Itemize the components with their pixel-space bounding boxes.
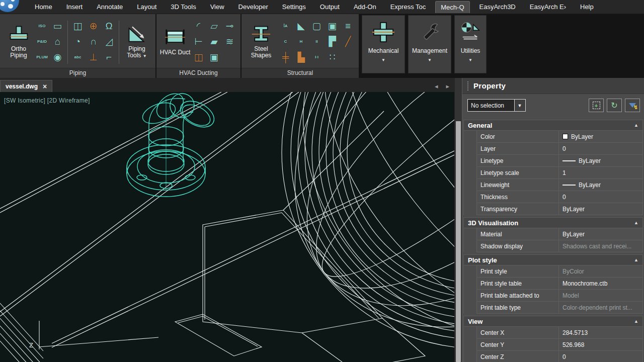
plate-with-hole-icon[interactable]: ▣ [325,19,340,33]
ortho-piping-button[interactable]: Ortho Piping [3,22,34,61]
menu-item-add-on[interactable]: Add-On [349,2,381,12]
stairs-icon[interactable]: ◣ [293,19,309,33]
fan-diffuser-icon[interactable]: ≋ [222,34,237,49]
menu-item-layout[interactable]: Layout [132,2,161,12]
app-logo-icon[interactable] [0,0,19,12]
menu-item-express-toc[interactable]: Express Toc [386,2,431,12]
iso-drafting-icon[interactable]: ISO [34,19,50,33]
pipe-anchor-icon[interactable]: ⊕ [86,19,101,33]
double-beam-icon[interactable]: II [309,34,325,49]
duct-angled-icon[interactable]: ▰ [206,34,222,49]
bolted-connection-icon[interactable]: ╪ [278,50,293,64]
property-title-bar[interactable]: Property [462,78,644,94]
menu-item-easyarch3d[interactable]: EasyArch3D [475,2,520,12]
c-channel-icon[interactable]: C [278,34,293,49]
collapse-icon[interactable]: ▲ [634,220,638,225]
collapse-icon[interactable]: ▲ [634,257,638,262]
duct-damper-icon[interactable]: ◫ [191,50,206,64]
property-value[interactable]: ByLayer [558,131,643,143]
property-value[interactable]: 526.968 [558,339,643,351]
property-value[interactable]: ByLayer [558,203,643,215]
tab-scroll-left-icon[interactable]: ◂ [435,82,438,90]
viewport-label[interactable]: [SW Isometric] [2D Wireframe] [4,97,90,104]
pipe-text-icon[interactable]: abc [70,50,86,64]
pid-valve-icon[interactable]: P&ID [34,34,50,49]
collapse-icon[interactable]: ▲ [634,319,638,324]
property-value[interactable]: ByLayer [558,155,643,167]
handrail-icon[interactable]: ≡ [340,19,356,33]
property-value[interactable]: ByLayer [558,228,643,240]
management-button[interactable]: Management ▼ [408,15,451,73]
menu-item-view[interactable]: View [206,2,229,12]
property-value[interactable]: 284.5713 [558,327,643,339]
duct-straight-icon[interactable]: ▱ [206,19,222,33]
ceiling-diffuser-icon[interactable]: ▣ [206,50,222,64]
selected-elbow-fitting[interactable] [127,92,218,197]
horizontal-vessel-icon[interactable]: ▭ [50,19,65,33]
section-header-general[interactable]: General▲ [463,120,643,131]
property-value[interactable]: Monochrome.ctb [558,278,643,290]
drop-rod-icon[interactable]: ⊸ [222,19,237,33]
pipe-hanger-icon[interactable]: Ω [101,19,117,33]
menu-item-insert[interactable]: Insert [62,2,88,12]
pump-icon[interactable]: ◉ [50,50,65,64]
property-value[interactable]: 0 [558,351,643,362]
pipe-stand-icon[interactable]: ⊥ [86,50,101,64]
property-value[interactable]: 1 [558,167,643,179]
plumbing-icon[interactable]: PLUM [34,50,50,64]
menu-item-help[interactable]: Help [576,2,598,12]
chevron-down-icon[interactable]: ▼ [514,100,525,111]
beam-annotate-icon[interactable]: ⅠA [278,19,293,33]
drawing-tab[interactable]: vessel.dwg × [0,80,52,92]
select-objects-button[interactable]: ↻ [607,99,622,112]
beam-spacing-icon[interactable]: I·I [309,50,325,64]
dish-end-icon[interactable]: ◿ [101,34,117,49]
square-hollow-section-icon[interactable]: ▢ [309,19,325,33]
menu-item-output[interactable]: Output [315,2,344,12]
property-value[interactable]: ByColor [558,265,643,278]
selection-dropdown[interactable]: No selection ▼ [467,99,526,112]
base-angle-icon[interactable]: ▙ [293,50,309,64]
brace-icon[interactable]: ╱ [340,34,356,49]
palette-grip-icon[interactable] [467,81,468,90]
property-value[interactable]: Model [558,290,643,302]
collapse-icon[interactable]: ▲ [634,123,638,128]
property-value[interactable]: 0 [558,191,643,203]
pipe-clamp-icon[interactable]: ∩ [86,34,101,49]
property-value[interactable]: Shadows cast and recei... [558,240,643,252]
menu-item-easyarch-e-[interactable]: EasyArch E› [525,2,571,12]
property-value[interactable]: 0 [558,143,643,155]
bolt-group-icon[interactable]: ∷ [325,50,340,64]
property-value[interactable]: Color-dependent print st... [558,302,643,314]
menu-item-home[interactable]: Home [30,2,57,12]
menu-item-developer[interactable]: Developer [234,2,273,12]
section-header-plot-style[interactable]: Plot style▲ [463,254,643,265]
piping-tools-button[interactable]: Piping Tools ▼ [121,22,152,61]
pipe-support-icon[interactable]: ◫ [70,19,86,33]
property-value[interactable]: ByLayer [558,179,643,191]
corner-plate-icon[interactable]: ▛ [325,34,340,49]
duct-reducer-icon[interactable]: ⊢ [191,34,206,49]
menu-item-annotate[interactable]: Annotate [92,2,127,12]
menu-item-3d-tools[interactable]: 3D Tools [166,2,200,12]
pickadd-toggle-button[interactable]: + [589,99,604,112]
dome-roof-tank-icon[interactable]: ⌂ [50,34,65,49]
mechanical-button[interactable]: Mechanical ▼ [362,15,405,73]
steel-shapes-button[interactable]: Steel Shapes [245,22,278,61]
section-header-view[interactable]: View▲ [463,316,643,327]
utilities-button[interactable]: Utilities ▼ [454,15,487,73]
palette-scrollbar[interactable] [454,78,462,362]
tab-scroll-right-icon[interactable]: ▸ [446,82,449,90]
section-header-3d-visualisation[interactable]: 3D Visualisation▲ [463,217,643,228]
sphere-tank-icon[interactable]: ◔ [70,34,86,49]
menu-item-mech-q[interactable]: Mech-Q [435,1,469,13]
h-column-icon[interactable]: H [293,34,309,49]
quick-select-button[interactable]: ↯ [625,99,640,112]
duct-elbow-icon[interactable]: ◜ [191,19,206,33]
scrollbar-thumb[interactable] [456,121,461,362]
drawing-canvas[interactable]: Z [0,92,454,362]
hvac-duct-button[interactable]: HVAC Duct [159,26,191,58]
menu-item-settings[interactable]: Settings [278,2,310,12]
tab-close-icon[interactable]: × [43,83,47,89]
elbow-fittings-icon[interactable]: ⌐ [101,50,117,64]
